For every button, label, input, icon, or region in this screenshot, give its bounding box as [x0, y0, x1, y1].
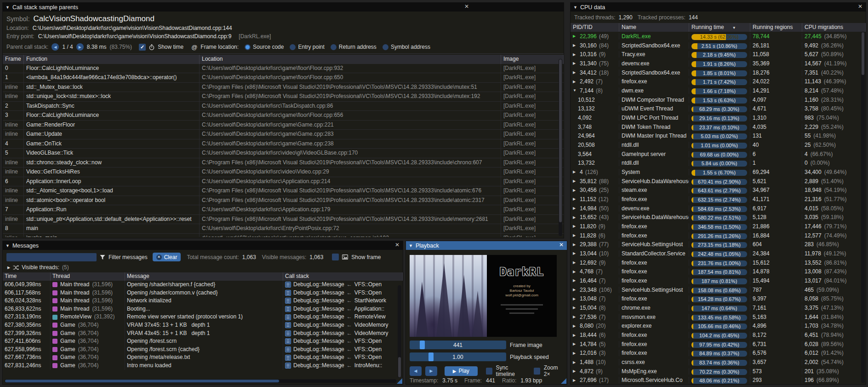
show-time-checkbox[interactable]: ✓ — [139, 44, 146, 51]
cpu-process-row[interactable]: ▶12,692(9)firefox.exe231.76 ms (1.00%)15… — [571, 258, 866, 267]
close-icon[interactable]: ✕ — [464, 3, 469, 10]
col-header-image[interactable]: Image — [501, 55, 564, 64]
expand-icon[interactable]: ▶ — [573, 297, 577, 301]
expand-icon[interactable]: ▶ — [573, 224, 577, 228]
scrollbar-grab[interactable] — [5, 380, 279, 382]
cpu-process-row[interactable]: 13,132uDWM Event Thread68.29 ms (0.30%)4… — [571, 104, 866, 113]
expand-icon[interactable]: ▶ — [573, 251, 577, 255]
callstack-table-row[interactable]: inlineGame::UpdateC:\Users\wolf\Desktop\… — [3, 130, 564, 139]
prev-frame-button[interactable]: ◀ — [410, 366, 422, 376]
expand-icon[interactable]: ▶ — [573, 80, 577, 84]
expand-threads-icon[interactable]: ▶ — [7, 266, 10, 270]
cpu-process-row[interactable]: ▶27,536(7)msvsmon.exe133.45 ms (0.58%)5,… — [571, 312, 866, 322]
message-row[interactable]: 627,667,736nsGame(36,704)Opening /meta/r… — [3, 353, 403, 362]
callstack-table-row[interactable]: inlineinvoke_maind:\agent\_work\63\s\src… — [3, 234, 564, 237]
message-row[interactable]: 606,049,398nsMain thread(31,596)Opening … — [3, 281, 403, 289]
expand-icon[interactable]: ▶ — [573, 369, 577, 373]
expand-icon[interactable]: ▶ — [573, 197, 577, 201]
message-row[interactable]: 627,399,326nsGame(36,704)VRAM 43x45: 15 … — [3, 329, 403, 338]
close-icon[interactable]: ✕ — [395, 242, 400, 248]
playback-speed-slider[interactable]: 1.00 — [410, 352, 506, 361]
clear-button[interactable]: ✕ Clear — [153, 253, 181, 261]
cpu-process-row[interactable]: ▶29,388(77)ServiceHub.SettingsHost273.15… — [571, 240, 866, 249]
messages-titlebar[interactable]: ▼ Messages ✕ — [3, 241, 403, 250]
cpu-process-row[interactable]: ▶11,828(6)firefox.exe291.26 ms (1.26%)16… — [571, 231, 866, 240]
expand-icon[interactable]: ▶ — [573, 270, 577, 274]
cpu-process-row[interactable]: ▶4(126)System1.55 s (6.70%)69,29434,400(… — [571, 168, 866, 177]
expand-icon[interactable]: ▶ — [573, 233, 577, 237]
cpu-process-row[interactable]: ▶15,004(8)chrome.exe147 ms (0.64%)7,1613… — [571, 303, 866, 312]
cpu-process-row[interactable]: ▶16,464(7)firefox.exe187 ms (0.81%)15,49… — [571, 276, 866, 285]
cpu-process-row[interactable]: ▶13,048(7)firefox.exe154.28 ms (0.67%)9,… — [571, 294, 866, 303]
expand-icon[interactable]: ▶ — [573, 324, 577, 328]
expand-icon[interactable]: ▶ — [573, 188, 577, 192]
message-callstack[interactable]: DebugLog::Message←StartNetwork — [283, 297, 403, 305]
zoom-2x-checkbox[interactable] — [534, 368, 540, 375]
message-callstack[interactable]: DebugLog::Message←Application:: — [283, 305, 403, 313]
col-header-function[interactable]: Function — [24, 55, 200, 64]
visible-threads-label[interactable]: Visible threads: — [22, 264, 59, 271]
cpu-process-row[interactable]: ▶12,016(3)firefox.exe84.89 ms (0.37%)6,5… — [571, 349, 866, 358]
expand-icon[interactable]: ▶ — [573, 34, 577, 38]
cpu-process-row[interactable]: 4,092DWM LPC Port Thread29.16 ms (0.13%)… — [571, 113, 866, 122]
expand-icon[interactable]: ▶ — [573, 306, 577, 310]
filter-input[interactable] — [6, 253, 97, 261]
playback-titlebar[interactable]: ▼ Playback ✕ — [406, 241, 567, 250]
next-frame-button[interactable]: ▶ — [425, 366, 437, 376]
callstack-scrollbar[interactable] — [559, 59, 562, 236]
callstack-table-row[interactable]: 4Game::OnTickC:\Users\wolf\Desktop\darkr… — [3, 139, 564, 149]
play-button[interactable]: ▶ Play — [445, 366, 478, 376]
message-callstack[interactable]: DebugLog::Message←VFS::Open — [283, 289, 403, 297]
cpu-process-row[interactable]: ▶13,044(10)StandardCollector.Service242.… — [571, 249, 866, 258]
expand-icon[interactable]: ▶ — [573, 360, 577, 364]
message-callstack[interactable]: DebugLog::Message←RemoteView — [283, 313, 403, 321]
expand-icon[interactable]: ▶ — [573, 52, 577, 57]
close-icon[interactable]: ✕ — [559, 242, 564, 248]
cpu-process-row[interactable]: ▶18,444(6)firefox.exe104.2 ms (0.45%)8,1… — [571, 330, 866, 340]
callstack-table-row[interactable]: inlinestd::atomic<bool>::operator boolC:… — [3, 196, 564, 206]
messages-vscrollbar[interactable] — [398, 285, 401, 378]
slider-grab[interactable] — [428, 352, 434, 361]
message-row[interactable]: 627,558,996nsGame(36,704)Opening /forest… — [3, 346, 403, 354]
slider-grab[interactable] — [420, 341, 425, 349]
col-header-name[interactable]: Name — [619, 23, 689, 32]
cpu-process-row[interactable]: ▶34,412(18)ScriptedSandbox64.exe1.85 s (… — [571, 68, 866, 77]
callstack-titlebar[interactable]: ▼ Call stack sample parents ✕ — [3, 3, 564, 12]
expand-icon[interactable]: ▶ — [573, 288, 577, 292]
cpu-process-row[interactable]: ▶4,872(9)MsMpEng.exe70.22 ms (0.30%)5732… — [571, 367, 866, 376]
expand-icon[interactable]: ▶ — [573, 206, 577, 210]
sync-timeline-label[interactable]: Sync timeline — [496, 364, 526, 377]
callstack-table-row[interactable]: inlineGame::RenderFloorC:\Users\wolf\Des… — [3, 121, 564, 130]
callstack-table-row[interactable]: 1<lambda_84a19dc444fae966ca174e83e708bdc… — [3, 73, 564, 83]
col-header-thread[interactable]: Thread — [51, 272, 125, 281]
expand-icon[interactable]: ▶ — [573, 179, 577, 183]
resize-grip[interactable] — [561, 378, 566, 384]
messages-table-header[interactable]: Time Thread Message Call stack — [3, 272, 403, 281]
collapse-icon[interactable]: ▼ — [409, 243, 413, 248]
message-row[interactable]: 626,833,622nsMain thread(31,596)Booting.… — [3, 305, 403, 313]
expand-icon[interactable]: ▶ — [573, 70, 577, 75]
cpu-process-row[interactable]: ▶30,456(25)steam.exe643.61 ms (2.79%)34,… — [571, 185, 866, 195]
callstack-table-row[interactable]: inlineVideo::GetTicksHiResC:\Users\wolf\… — [3, 168, 564, 177]
col-header-time[interactable]: Time — [3, 272, 51, 281]
collapse-icon[interactable]: ▼ — [573, 5, 577, 10]
cpu-scrollbar[interactable] — [861, 32, 865, 383]
cpu-process-row[interactable]: ▼7,144(8)dwm.exe1.66 s (7.18%)14,2918,21… — [571, 86, 866, 95]
radio-return-address[interactable]: Return address — [331, 44, 377, 50]
zoom-2x-label[interactable]: Zoom 2× — [544, 364, 564, 377]
cpu-process-row[interactable]: 10,512DWM Compositor Thread1.53 s (6.63%… — [571, 95, 866, 104]
cpu-process-row[interactable]: ▶22,396(49)DarkRL.exe14.33 s (62.06%)78,… — [571, 32, 866, 41]
show-frame-label[interactable]: Show frame — [351, 254, 381, 260]
callstack-table-row[interactable]: 0Floor::CalcLightNoLuminanceC:\Users\wol… — [3, 64, 564, 74]
callstack-table-row[interactable]: 7Application::RunC:\Users\wolf\Desktop\d… — [3, 205, 564, 215]
expand-icon[interactable]: ▶ — [573, 351, 577, 355]
col-header-pid[interactable]: PID/TID — [571, 23, 619, 32]
message-row[interactable]: 627,831,246nsGame(36,704)Intro menu load… — [3, 362, 403, 370]
radio-source-code[interactable]: Source code — [245, 44, 284, 50]
expand-icon[interactable]: ▶ — [573, 278, 577, 283]
radio-symbol-address[interactable]: Symbol address — [383, 44, 430, 50]
cpu-process-row[interactable]: ▶30,160(84)ScriptedSandbox64.exe2.51 s (… — [571, 41, 866, 50]
callstack-table-row[interactable]: inlinestd::_Mutex_base::lockC:\Program F… — [3, 83, 564, 92]
expand-icon[interactable]: ▶ — [573, 378, 577, 382]
cpu-process-row[interactable]: ▶8,080(20)explorer.exe105.66 ms (0.46%)4… — [571, 322, 866, 331]
